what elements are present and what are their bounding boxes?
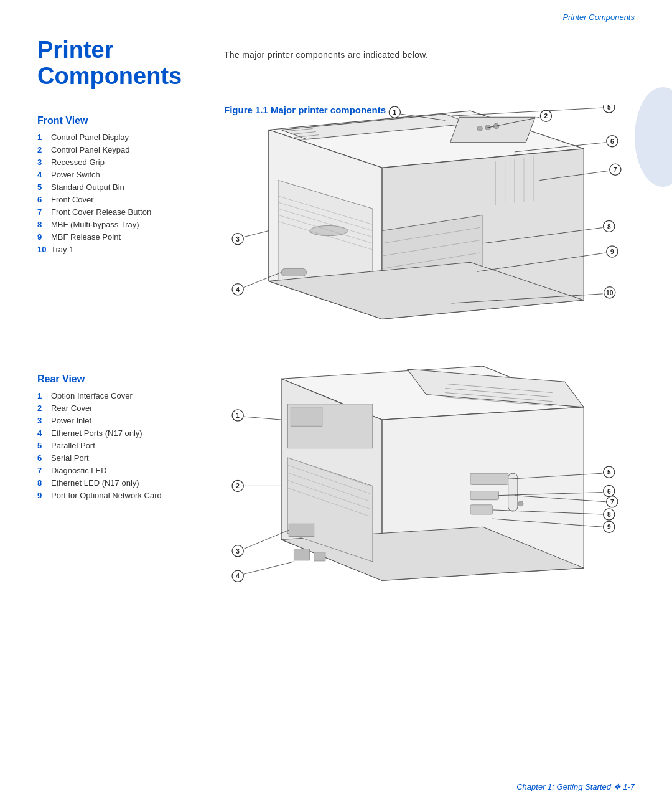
list-item: 5Parallel Port — [37, 441, 212, 450]
svg-text:10: 10 — [606, 290, 614, 296]
svg-line-95 — [243, 562, 294, 574]
svg-point-7 — [477, 126, 482, 131]
svg-point-77 — [518, 501, 523, 506]
header-title: Printer Components — [562, 12, 635, 22]
front-view-list: 1Control Panel Display 2Control Panel Ke… — [37, 133, 199, 254]
page-header: Printer Components — [562, 12, 635, 22]
list-item: 7Diagnostic LED — [37, 466, 212, 475]
svg-text:2: 2 — [544, 113, 548, 120]
rear-view-section: Rear View 1Option Interface Cover 2Rear … — [37, 374, 212, 503]
svg-line-26 — [243, 231, 269, 237]
svg-text:9: 9 — [607, 524, 611, 531]
rear-printer-diagram: 1 2 3 4 5 6 — [212, 366, 641, 612]
svg-rect-75 — [470, 505, 492, 514]
svg-rect-72 — [289, 524, 314, 536]
list-item: 10Tray 1 — [37, 245, 199, 254]
svg-text:5: 5 — [607, 469, 611, 476]
page-container: Printer Components Printer Components Th… — [0, 0, 672, 807]
svg-text:6: 6 — [607, 488, 611, 495]
intro-text: The major printer components are indicat… — [224, 50, 610, 60]
list-item: 4Ethernet Ports (N17 only) — [37, 428, 212, 438]
svg-text:3: 3 — [236, 548, 240, 555]
list-item: 9MBF Release Point — [37, 232, 199, 242]
list-item: 3Power Inlet — [37, 416, 212, 425]
front-printer-diagram: 1 2 3 4 5 6 — [212, 105, 641, 351]
svg-text:3: 3 — [236, 236, 240, 243]
list-item: 7Front Cover Release Button — [37, 207, 199, 217]
svg-text:7: 7 — [610, 499, 614, 506]
list-item: 1Control Panel Display — [37, 133, 199, 142]
front-diagram-svg: 1 2 3 4 5 6 — [212, 105, 641, 351]
list-item: 4Power Switch — [37, 170, 199, 179]
rear-diagram-svg: 1 2 3 4 5 6 — [212, 366, 641, 612]
svg-text:8: 8 — [607, 511, 611, 518]
title-section: Printer Components — [37, 37, 212, 90]
svg-text:8: 8 — [607, 224, 611, 230]
list-item: 3Recessed Grip — [37, 158, 199, 167]
front-view-heading: Front View — [37, 115, 199, 126]
svg-text:9: 9 — [610, 248, 614, 255]
svg-text:1: 1 — [236, 412, 240, 419]
svg-text:4: 4 — [236, 286, 240, 293]
svg-rect-73 — [470, 473, 508, 484]
svg-text:7: 7 — [614, 166, 617, 173]
list-item: 2Rear Cover — [37, 404, 212, 413]
svg-rect-74 — [470, 491, 499, 500]
svg-text:2: 2 — [236, 483, 240, 489]
front-view-section: Front View 1Control Panel Display 2Contr… — [37, 115, 199, 257]
list-item: 8MBF (Multi-bypass Tray) — [37, 220, 199, 229]
list-item: 6Front Cover — [37, 195, 199, 204]
page-title: Printer Components — [37, 37, 212, 90]
diagrams-area: 1 2 3 4 5 6 — [212, 105, 641, 646]
rear-view-list: 1Option Interface Cover 2Rear Cover 3Pow… — [37, 391, 212, 500]
rear-view-heading: Rear View — [37, 374, 212, 385]
svg-text:5: 5 — [607, 105, 611, 111]
svg-rect-19 — [281, 268, 307, 276]
list-item: 5Standard Output Bin — [37, 182, 199, 192]
svg-rect-84 — [294, 549, 309, 560]
svg-rect-85 — [314, 552, 325, 561]
list-item: 8Ethernet LED (N17 only) — [37, 478, 212, 488]
svg-text:6: 6 — [610, 138, 614, 145]
svg-rect-6 — [450, 117, 535, 143]
svg-rect-70 — [291, 407, 322, 426]
list-item: 9Port for Optional Network Card — [37, 491, 212, 500]
list-item: 2Control Panel Keypad — [37, 145, 199, 154]
footer-text: Chapter 1: Getting Started ❖ 1-7 — [516, 782, 635, 791]
footer-section: Chapter 1: Getting Started ❖ 1-7 — [37, 782, 635, 791]
svg-text:1: 1 — [393, 109, 397, 116]
list-item: 1Option Interface Cover — [37, 391, 212, 400]
list-item: 6Serial Port — [37, 453, 212, 463]
svg-line-86 — [243, 417, 281, 420]
svg-text:4: 4 — [236, 573, 240, 580]
